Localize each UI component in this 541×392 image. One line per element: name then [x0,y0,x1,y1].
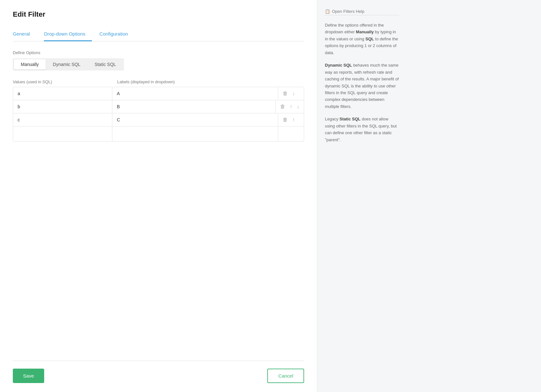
row-actions-1: 🗑 ↓ [278,87,304,100]
label-input-3[interactable] [112,113,278,126]
page-title: Edit Filter [13,10,304,19]
value-cell-1 [13,87,112,100]
table-row: 🗑 ↑ ↓ [13,100,304,113]
rows-container: 🗑 ↓ 🗑 ↑ ↓ [13,87,304,142]
delete-row-2-btn[interactable]: 🗑 [279,103,287,110]
values-column-header: Values (used in SQL) [13,79,112,84]
footer: Save Cancel [13,361,304,392]
value-input-1[interactable] [13,87,112,100]
define-options-label: Define Options [13,50,304,55]
label-input-1[interactable] [112,87,278,100]
value-input-2[interactable] [13,100,112,113]
row-actions-4 [278,127,304,141]
move-up-row-2-btn[interactable]: ↑ [288,103,294,110]
help-panel: 📋 Open Filters Help Define the options o… [317,0,407,392]
tab-configuration[interactable]: Configuration [100,28,134,41]
tab-general[interactable]: General [13,28,36,41]
help-text-3: Legacy Static SQL does not allow using o… [325,116,399,143]
label-cell-3 [112,113,278,126]
columns-header: Values (used in SQL) Labels (displayed i… [13,79,304,84]
help-text-2: Dynamic SQL behaves much the same way as… [325,62,399,110]
label-cell-2 [112,100,276,113]
label-cell-4 [112,127,278,141]
move-up-row-3-btn[interactable]: ↑ [291,117,296,123]
main-panel: Edit Filter General Drop-down Options Co… [0,0,317,392]
tabs-bar: General Drop-down Options Configuration [13,28,304,41]
delete-row-1-btn[interactable]: 🗑 [281,90,289,97]
label-input-4[interactable] [112,127,278,139]
label-input-2[interactable] [112,100,275,113]
table-row: 🗑 ↓ [13,87,304,100]
move-down-row-2-btn[interactable]: ↓ [295,103,301,110]
value-input-4[interactable] [13,127,112,139]
option-manually-btn[interactable]: Manually [14,59,46,69]
value-cell-3 [13,113,112,126]
row-actions-3: 🗑 ↑ [278,113,304,126]
open-filters-help-link[interactable]: 📋 Open Filters Help [325,9,399,15]
delete-row-3-btn[interactable]: 🗑 [281,117,289,123]
value-cell-2 [13,100,112,113]
option-toggle-group: Manually Dynamic SQL Static SQL [13,58,124,70]
save-button[interactable]: Save [13,369,44,383]
move-down-row-1-btn[interactable]: ↓ [291,90,296,97]
tab-dropdown-options[interactable]: Drop-down Options [44,28,92,41]
labels-column-header: Labels (displayed in dropdown) [117,79,304,84]
option-dynamic-sql-btn[interactable]: Dynamic SQL [46,59,87,69]
value-input-3[interactable] [13,113,112,126]
label-cell-1 [112,87,278,100]
cancel-button[interactable]: Cancel [267,369,304,383]
book-icon: 📋 [325,9,330,14]
value-cell-4 [13,127,112,141]
row-actions-2: 🗑 ↑ ↓ [276,100,304,113]
table-row-empty [13,126,304,141]
table-row: 🗑 ↑ [13,113,304,126]
help-link-label: Open Filters Help [332,9,364,14]
option-static-sql-btn[interactable]: Static SQL [87,59,123,69]
help-text-1: Define the options offered in the dropdo… [325,22,399,56]
